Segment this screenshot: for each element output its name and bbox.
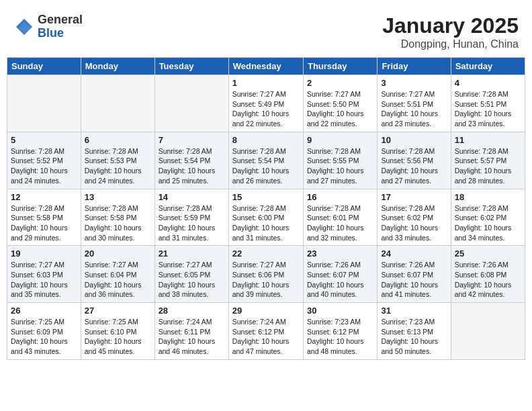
weekday-header-thursday: Thursday	[303, 58, 377, 75]
calendar-cell: 16Sunrise: 7:28 AMSunset: 6:01 PMDayligh…	[303, 189, 377, 246]
calendar-cell: 25Sunrise: 7:26 AMSunset: 6:08 PMDayligh…	[451, 246, 525, 303]
weekday-header-row: SundayMondayTuesdayWednesdayThursdayFrid…	[7, 58, 525, 75]
calendar-cell: 30Sunrise: 7:23 AMSunset: 6:12 PMDayligh…	[303, 303, 377, 360]
calendar-cell	[7, 75, 81, 132]
day-info: Sunrise: 7:28 AMSunset: 6:00 PMDaylight:…	[232, 203, 300, 243]
calendar-cell: 12Sunrise: 7:28 AMSunset: 5:58 PMDayligh…	[7, 189, 81, 246]
calendar-cell: 5Sunrise: 7:28 AMSunset: 5:52 PMDaylight…	[7, 132, 81, 189]
calendar-cell: 7Sunrise: 7:28 AMSunset: 5:54 PMDaylight…	[154, 132, 228, 189]
day-number: 13	[85, 192, 151, 202]
week-row-1: 1Sunrise: 7:27 AMSunset: 5:49 PMDaylight…	[7, 75, 525, 132]
day-number: 19	[11, 248, 77, 259]
calendar-cell: 9Sunrise: 7:28 AMSunset: 5:55 PMDaylight…	[303, 132, 377, 189]
calendar-cell: 27Sunrise: 7:25 AMSunset: 6:10 PMDayligh…	[81, 303, 154, 360]
day-info: Sunrise: 7:27 AMSunset: 5:51 PMDaylight:…	[381, 89, 447, 129]
calendar-cell: 17Sunrise: 7:28 AMSunset: 6:02 PMDayligh…	[378, 189, 451, 246]
location: Dongping, Hunan, China	[382, 38, 519, 50]
day-number: 7	[159, 135, 225, 145]
day-number: 6	[85, 135, 151, 145]
day-info: Sunrise: 7:28 AMSunset: 5:58 PMDaylight:…	[11, 203, 77, 243]
calendar-cell	[451, 303, 525, 360]
day-info: Sunrise: 7:25 AMSunset: 6:09 PMDaylight:…	[11, 317, 77, 357]
day-number: 14	[159, 192, 225, 202]
calendar-cell: 13Sunrise: 7:28 AMSunset: 5:58 PMDayligh…	[81, 189, 154, 246]
day-number: 25	[455, 248, 521, 259]
logo: General Blue	[13, 13, 83, 40]
calendar-cell: 10Sunrise: 7:28 AMSunset: 5:56 PMDayligh…	[378, 132, 451, 189]
day-info: Sunrise: 7:28 AMSunset: 5:53 PMDaylight:…	[85, 146, 151, 186]
calendar-cell: 23Sunrise: 7:26 AMSunset: 6:07 PMDayligh…	[303, 246, 377, 303]
day-info: Sunrise: 7:26 AMSunset: 6:07 PMDaylight:…	[381, 260, 447, 300]
day-info: Sunrise: 7:27 AMSunset: 6:06 PMDaylight:…	[232, 260, 300, 300]
day-info: Sunrise: 7:27 AMSunset: 5:49 PMDaylight:…	[232, 89, 300, 129]
day-info: Sunrise: 7:28 AMSunset: 5:55 PMDaylight:…	[307, 146, 373, 186]
week-row-3: 12Sunrise: 7:28 AMSunset: 5:58 PMDayligh…	[7, 189, 525, 246]
day-info: Sunrise: 7:26 AMSunset: 6:07 PMDaylight:…	[307, 260, 373, 300]
calendar-cell: 14Sunrise: 7:28 AMSunset: 5:59 PMDayligh…	[154, 189, 228, 246]
day-number: 21	[159, 248, 225, 259]
logo-general-text: General	[38, 13, 83, 27]
day-number: 9	[307, 135, 373, 145]
calendar-cell: 3Sunrise: 7:27 AMSunset: 5:51 PMDaylight…	[378, 75, 451, 132]
day-info: Sunrise: 7:23 AMSunset: 6:12 PMDaylight:…	[307, 317, 373, 357]
weekday-header-monday: Monday	[81, 58, 154, 75]
weekday-header-tuesday: Tuesday	[154, 58, 228, 75]
day-number: 4	[455, 78, 521, 88]
day-info: Sunrise: 7:28 AMSunset: 5:52 PMDaylight:…	[11, 146, 77, 186]
calendar-cell: 18Sunrise: 7:28 AMSunset: 6:02 PMDayligh…	[451, 189, 525, 246]
day-number: 20	[85, 248, 151, 259]
page-header: General Blue January 2025 Dongping, Huna…	[7, 7, 525, 54]
calendar-cell: 31Sunrise: 7:23 AMSunset: 6:13 PMDayligh…	[378, 303, 451, 360]
day-info: Sunrise: 7:28 AMSunset: 6:01 PMDaylight:…	[307, 203, 373, 243]
calendar-cell: 6Sunrise: 7:28 AMSunset: 5:53 PMDaylight…	[81, 132, 154, 189]
day-number: 29	[232, 306, 300, 316]
weekday-header-friday: Friday	[378, 58, 451, 75]
logo-icon	[13, 16, 35, 38]
weekday-header-sunday: Sunday	[7, 58, 81, 75]
day-info: Sunrise: 7:24 AMSunset: 6:11 PMDaylight:…	[159, 317, 225, 357]
day-info: Sunrise: 7:27 AMSunset: 6:03 PMDaylight:…	[11, 260, 77, 300]
calendar-cell: 20Sunrise: 7:27 AMSunset: 6:04 PMDayligh…	[81, 246, 154, 303]
day-number: 26	[11, 306, 77, 316]
calendar-cell: 28Sunrise: 7:24 AMSunset: 6:11 PMDayligh…	[154, 303, 228, 360]
day-info: Sunrise: 7:28 AMSunset: 5:58 PMDaylight:…	[85, 203, 151, 243]
title-block: January 2025 Dongping, Hunan, China	[382, 13, 519, 50]
calendar-cell: 21Sunrise: 7:27 AMSunset: 6:05 PMDayligh…	[154, 246, 228, 303]
day-number: 24	[381, 248, 447, 259]
logo-blue-text: Blue	[38, 27, 83, 40]
day-info: Sunrise: 7:28 AMSunset: 5:51 PMDaylight:…	[455, 89, 521, 129]
day-number: 31	[381, 306, 447, 316]
day-number: 2	[307, 78, 373, 88]
day-number: 27	[85, 306, 151, 316]
day-number: 8	[232, 135, 300, 145]
day-info: Sunrise: 7:28 AMSunset: 5:56 PMDaylight:…	[381, 146, 447, 186]
calendar-table: SundayMondayTuesdayWednesdayThursdayFrid…	[7, 57, 525, 360]
day-info: Sunrise: 7:27 AMSunset: 5:50 PMDaylight:…	[307, 89, 373, 129]
day-number: 10	[381, 135, 447, 145]
calendar-cell	[81, 75, 154, 132]
day-number: 11	[455, 135, 521, 145]
calendar-cell: 22Sunrise: 7:27 AMSunset: 6:06 PMDayligh…	[228, 246, 303, 303]
day-number: 22	[232, 248, 300, 259]
week-row-4: 19Sunrise: 7:27 AMSunset: 6:03 PMDayligh…	[7, 246, 525, 303]
calendar-cell: 19Sunrise: 7:27 AMSunset: 6:03 PMDayligh…	[7, 246, 81, 303]
week-row-2: 5Sunrise: 7:28 AMSunset: 5:52 PMDaylight…	[7, 132, 525, 189]
calendar-cell: 15Sunrise: 7:28 AMSunset: 6:00 PMDayligh…	[228, 189, 303, 246]
day-number: 23	[307, 248, 373, 259]
day-info: Sunrise: 7:25 AMSunset: 6:10 PMDaylight:…	[85, 317, 151, 357]
day-info: Sunrise: 7:28 AMSunset: 5:54 PMDaylight:…	[232, 146, 300, 186]
calendar-cell: 26Sunrise: 7:25 AMSunset: 6:09 PMDayligh…	[7, 303, 81, 360]
day-number: 15	[232, 192, 300, 202]
day-info: Sunrise: 7:24 AMSunset: 6:12 PMDaylight:…	[232, 317, 300, 357]
day-info: Sunrise: 7:23 AMSunset: 6:13 PMDaylight:…	[381, 317, 447, 357]
day-number: 16	[307, 192, 373, 202]
calendar-cell: 8Sunrise: 7:28 AMSunset: 5:54 PMDaylight…	[228, 132, 303, 189]
calendar-cell: 2Sunrise: 7:27 AMSunset: 5:50 PMDaylight…	[303, 75, 377, 132]
calendar-cell: 1Sunrise: 7:27 AMSunset: 5:49 PMDaylight…	[228, 75, 303, 132]
calendar-cell: 24Sunrise: 7:26 AMSunset: 6:07 PMDayligh…	[378, 246, 451, 303]
day-number: 5	[11, 135, 77, 145]
day-number: 17	[381, 192, 447, 202]
day-info: Sunrise: 7:27 AMSunset: 6:05 PMDaylight:…	[159, 260, 225, 300]
day-info: Sunrise: 7:28 AMSunset: 5:57 PMDaylight:…	[455, 146, 521, 186]
day-info: Sunrise: 7:26 AMSunset: 6:08 PMDaylight:…	[455, 260, 521, 300]
